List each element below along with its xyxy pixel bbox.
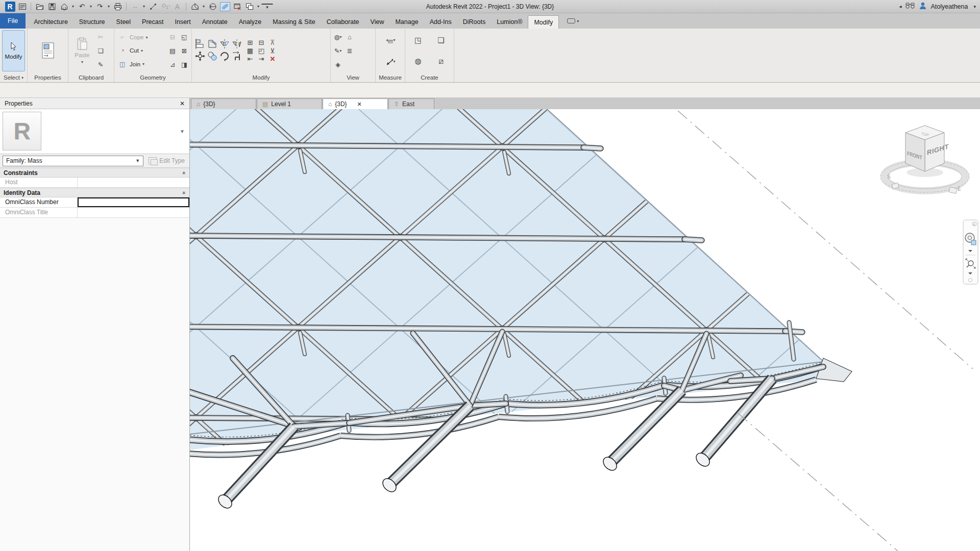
offset-icon[interactable] xyxy=(207,39,217,51)
close-view-icon[interactable]: ✕ xyxy=(357,101,362,108)
create-group-icon[interactable]: ❏ xyxy=(436,36,446,45)
view-tab-east[interactable]: ⇧ East xyxy=(388,98,434,109)
split-gap-icon[interactable]: ⊟ xyxy=(259,39,264,46)
dimension-dropdown-icon[interactable]: ▾ xyxy=(141,4,146,9)
display-box-icon[interactable]: ◈ xyxy=(333,60,343,69)
sync-dropdown-icon[interactable]: ▾ xyxy=(70,4,76,9)
tab-view[interactable]: View xyxy=(365,15,390,29)
sync-with-central-icon[interactable] xyxy=(58,2,70,12)
reveal-constraints-icon[interactable]: ≣ xyxy=(345,46,355,56)
omniclass-number-input[interactable] xyxy=(78,197,189,207)
undo-dropdown-icon[interactable]: ▾ xyxy=(88,4,93,9)
join-geometry-tool[interactable]: ◫Join▾ xyxy=(117,60,165,69)
legend-component-icon[interactable]: ◳ xyxy=(413,36,423,45)
edit-type-button[interactable]: Edit Type xyxy=(146,157,187,164)
tab-analyze[interactable]: Analyze xyxy=(233,15,267,29)
wall-join-icon[interactable]: ▤ xyxy=(167,46,178,56)
tab-structure[interactable]: Structure xyxy=(74,15,111,29)
open-icon[interactable] xyxy=(34,2,45,12)
measure-icon[interactable] xyxy=(147,2,159,12)
tab-collaborate[interactable]: Collaborate xyxy=(321,15,365,29)
cut-to-clipboard-icon[interactable]: ✂ xyxy=(95,33,106,42)
trim-multiple-icon[interactable]: ⇥ xyxy=(259,55,264,63)
hidden-elements-icon[interactable]: ◍▾ xyxy=(333,33,343,42)
delete-icon[interactable]: ✕ xyxy=(267,55,278,64)
tab-precast[interactable]: Precast xyxy=(136,15,169,29)
copy-to-clipboard-icon[interactable]: ❏ xyxy=(95,46,106,56)
paste-button[interactable]: Paste ▾ xyxy=(70,30,94,71)
tab-diroots[interactable]: DiRoots xyxy=(457,15,491,29)
array-icon[interactable]: ▦ xyxy=(247,47,253,55)
unpin-icon[interactable]: ⊼ xyxy=(270,39,275,46)
property-value[interactable] xyxy=(78,208,189,217)
section-icon[interactable] xyxy=(207,2,218,12)
view-tab-3d-active[interactable]: ⌂ {3D} ✕ xyxy=(323,98,388,109)
tab-steel[interactable]: Steel xyxy=(111,15,137,29)
measure-dimension-icon[interactable]: ▾ xyxy=(385,36,396,45)
trim-extend-corner-icon[interactable] xyxy=(231,51,242,64)
trim-single-icon[interactable]: ⇤ xyxy=(248,55,253,63)
search-icon[interactable] xyxy=(905,2,915,11)
switch-windows-icon[interactable] xyxy=(243,2,255,12)
revit-logo[interactable]: R xyxy=(4,2,16,12)
navigation-bar[interactable]: x xyxy=(963,219,978,285)
user-avatar-icon[interactable] xyxy=(919,2,927,11)
pin-icon[interactable]: ⊻ xyxy=(270,47,275,55)
create-parts-icon[interactable]: ◍ xyxy=(413,57,423,66)
view-tab-3d-1[interactable]: ⌂ {3D} xyxy=(191,98,256,109)
family-select[interactable]: Family: Mass ▼ xyxy=(3,156,143,166)
copy-icon[interactable] xyxy=(207,51,217,63)
thin-lines-icon[interactable] xyxy=(219,2,231,12)
close-hidden-windows-icon[interactable]: ✕ xyxy=(231,2,243,12)
ribbon-display-toggle[interactable]: ▾ xyxy=(564,15,582,27)
move-icon[interactable] xyxy=(194,51,206,64)
panel-label-select[interactable]: Select▾ xyxy=(0,73,27,82)
text-icon[interactable]: A xyxy=(172,2,183,12)
viewcube[interactable]: S E TOP FRONT RIGHT xyxy=(880,113,973,203)
group-constraints[interactable]: Constraints « xyxy=(0,168,189,178)
account-dropdown-icon[interactable]: ▾ xyxy=(973,4,976,9)
redo-icon[interactable]: ↷ xyxy=(94,2,106,12)
cut-profile-icon[interactable]: ⌂ xyxy=(345,33,355,42)
mirror-pick-axis-icon[interactable] xyxy=(219,39,230,51)
home-icon[interactable] xyxy=(16,2,28,12)
view-tab-level-1[interactable]: ▤ Level 1 xyxy=(257,98,322,109)
tab-lumion[interactable]: Lumion® xyxy=(491,15,528,29)
print-icon[interactable] xyxy=(112,2,124,12)
property-value[interactable] xyxy=(78,178,189,187)
align-icon[interactable] xyxy=(195,39,205,51)
customize-qat-icon[interactable]: ▾ xyxy=(261,4,273,10)
properties-toggle-button[interactable] xyxy=(36,30,60,71)
scale-icon[interactable]: ◰ xyxy=(258,47,264,55)
panel-label-properties[interactable]: Properties xyxy=(28,73,68,82)
3d-view-dropdown-icon[interactable]: ▾ xyxy=(201,4,206,9)
match-type-icon[interactable]: ✎ xyxy=(95,60,106,69)
type-selector[interactable]: R ▼ xyxy=(0,109,189,154)
group-identity-data[interactable]: Identity Data « xyxy=(0,188,189,197)
rotate-icon[interactable] xyxy=(219,51,230,64)
mirror-draw-axis-icon[interactable] xyxy=(232,39,242,51)
collapse-arrow-icon[interactable]: ◂ xyxy=(899,4,901,9)
model-viewport[interactable] xyxy=(190,109,980,551)
tab-add-ins[interactable]: Add-Ins xyxy=(424,15,457,29)
save-icon[interactable] xyxy=(46,2,58,12)
linework-icon[interactable]: ✎▾ xyxy=(333,46,343,56)
demolish-icon[interactable]: ⊠ xyxy=(179,46,189,56)
tab-massing-site[interactable]: Massing & Site xyxy=(267,15,321,29)
user-name[interactable]: Atolyeathena xyxy=(930,3,968,10)
undo-icon[interactable]: ↶ xyxy=(76,2,88,12)
redo-dropdown-icon[interactable]: ▾ xyxy=(106,4,111,9)
default-3d-view-icon[interactable] xyxy=(189,2,201,12)
switch-windows-dropdown-icon[interactable]: ▾ xyxy=(256,4,261,9)
measure-between-points-icon[interactable]: ▾ xyxy=(385,57,396,66)
split-icon[interactable]: ⊞ xyxy=(248,39,253,46)
aligned-dimension-icon[interactable]: ↔ xyxy=(129,2,141,12)
tab-manage[interactable]: Manage xyxy=(389,15,424,29)
tab-architecture[interactable]: Architecture xyxy=(28,15,74,29)
cut-geometry-tool[interactable]: ◔Cut▾ xyxy=(117,46,165,55)
tab-file[interactable]: File xyxy=(0,13,26,29)
collapse-icon[interactable]: « xyxy=(181,191,187,194)
create-similar-icon[interactable]: ⧄ xyxy=(436,57,446,66)
collapse-icon[interactable]: « xyxy=(181,171,187,174)
paint-icon[interactable]: ◨ xyxy=(179,60,189,69)
